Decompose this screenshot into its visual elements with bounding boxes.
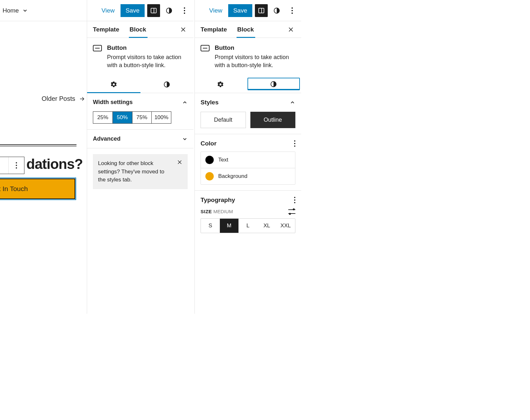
save-button[interactable]: Save xyxy=(121,4,145,17)
size-xl[interactable]: XL xyxy=(257,219,276,233)
color-background-row[interactable]: Background xyxy=(201,168,295,184)
styles-toggle-button[interactable] xyxy=(270,4,283,17)
block-description: Prompt visitors to take action with a bu… xyxy=(107,53,188,69)
arrow-right-icon xyxy=(78,96,85,102)
more-menu-button[interactable] xyxy=(178,4,191,17)
styles-section-label: Styles xyxy=(201,99,219,106)
sidebar-icon xyxy=(258,7,265,14)
view-link[interactable]: View xyxy=(205,4,226,17)
close-panel-button[interactable] xyxy=(179,25,188,34)
chevron-up-icon xyxy=(290,100,295,105)
tab-template[interactable]: Template xyxy=(93,22,125,38)
notice-text: Looking for other block settings? They'v… xyxy=(98,159,173,184)
size-m[interactable]: M xyxy=(220,219,239,233)
background-swatch xyxy=(205,172,214,180)
more-vertical-icon xyxy=(16,162,17,169)
close-icon xyxy=(177,159,183,165)
button-block-icon xyxy=(93,45,102,51)
settings-tab[interactable] xyxy=(87,76,140,93)
color-section-header[interactable]: Color xyxy=(201,140,295,147)
half-circle-icon xyxy=(270,81,277,88)
width-toggle: 25% 50% 75% 100% xyxy=(93,111,171,124)
toolbar-cell[interactable] xyxy=(0,157,9,174)
styles-toggle-button[interactable] xyxy=(163,4,175,17)
half-circle-icon xyxy=(166,7,173,14)
tab-block[interactable]: Block xyxy=(237,22,260,38)
size-label: SIZE xyxy=(201,209,212,214)
cta-button[interactable]: Get In Touch xyxy=(0,179,75,199)
divider xyxy=(0,144,76,145)
style-default[interactable]: Default xyxy=(201,112,246,128)
older-posts-label: Older Posts xyxy=(42,95,75,102)
sliders-icon[interactable] xyxy=(288,209,295,214)
half-circle-icon xyxy=(273,7,280,14)
more-vertical-icon[interactable] xyxy=(294,197,295,203)
block-title: Button xyxy=(215,44,295,51)
more-menu-button[interactable] xyxy=(286,4,299,17)
gear-icon xyxy=(110,81,117,88)
width-100[interactable]: 100% xyxy=(152,112,171,123)
style-outline[interactable]: Outline xyxy=(250,112,296,128)
styles-tab[interactable] xyxy=(247,78,300,90)
gear-icon xyxy=(217,81,224,88)
button-block-icon xyxy=(201,45,210,51)
block-title: Button xyxy=(107,44,188,51)
older-posts-link[interactable]: Older Posts xyxy=(42,95,87,102)
color-text-label: Text xyxy=(218,157,228,163)
close-icon xyxy=(180,26,186,33)
close-icon xyxy=(288,26,294,33)
styles-tab[interactable] xyxy=(140,76,194,93)
chevron-up-icon xyxy=(182,100,188,105)
text-swatch xyxy=(205,156,214,164)
width-75[interactable]: 75% xyxy=(132,112,152,123)
chevron-down-icon xyxy=(22,8,28,13)
color-text-row[interactable]: Text xyxy=(201,152,295,168)
chevron-down-icon xyxy=(182,136,188,142)
block-toolbar[interactable] xyxy=(0,157,24,174)
size-s[interactable]: S xyxy=(201,219,220,233)
home-label: Home xyxy=(3,7,19,14)
tab-block[interactable]: Block xyxy=(130,22,152,38)
width-settings-toggle[interactable]: Width settings xyxy=(93,99,188,106)
width-settings-label: Width settings xyxy=(93,99,133,106)
close-panel-button[interactable] xyxy=(286,25,295,34)
settings-tab[interactable] xyxy=(195,76,246,93)
block-description: Prompt visitors to take action with a bu… xyxy=(215,53,295,69)
more-vertical-icon xyxy=(184,7,185,14)
size-l[interactable]: L xyxy=(238,219,257,233)
sidebar-toggle-button[interactable] xyxy=(255,4,268,17)
toolbar-more[interactable] xyxy=(9,157,24,174)
size-current: MEDIUM xyxy=(213,209,233,214)
home-dropdown[interactable]: Home xyxy=(2,4,29,17)
more-vertical-icon xyxy=(292,7,293,14)
styles-section-toggle[interactable]: Styles xyxy=(201,99,295,106)
advanced-toggle[interactable]: Advanced xyxy=(93,136,188,142)
half-circle-icon xyxy=(163,81,170,88)
notice: Looking for other block settings? They'v… xyxy=(93,154,188,189)
typography-section-header[interactable]: Typography xyxy=(201,197,295,204)
save-button[interactable]: Save xyxy=(228,4,252,17)
size-toggle: S M L XL XXL xyxy=(201,218,295,233)
advanced-label: Advanced xyxy=(93,136,121,142)
sidebar-icon xyxy=(150,7,157,14)
more-vertical-icon[interactable] xyxy=(294,140,295,147)
view-link[interactable]: View xyxy=(98,4,119,17)
color-section-label: Color xyxy=(201,140,217,147)
width-25[interactable]: 25% xyxy=(93,112,113,123)
notice-dismiss[interactable] xyxy=(177,159,183,165)
divider xyxy=(0,146,76,146)
sidebar-toggle-button[interactable] xyxy=(147,4,160,17)
size-xxl[interactable]: XXL xyxy=(276,219,295,233)
color-background-label: Background xyxy=(218,173,247,179)
heading-text[interactable]: dations? xyxy=(26,156,83,172)
tab-template[interactable]: Template xyxy=(201,22,233,38)
typography-section-label: Typography xyxy=(201,197,235,204)
width-50[interactable]: 50% xyxy=(113,112,132,123)
